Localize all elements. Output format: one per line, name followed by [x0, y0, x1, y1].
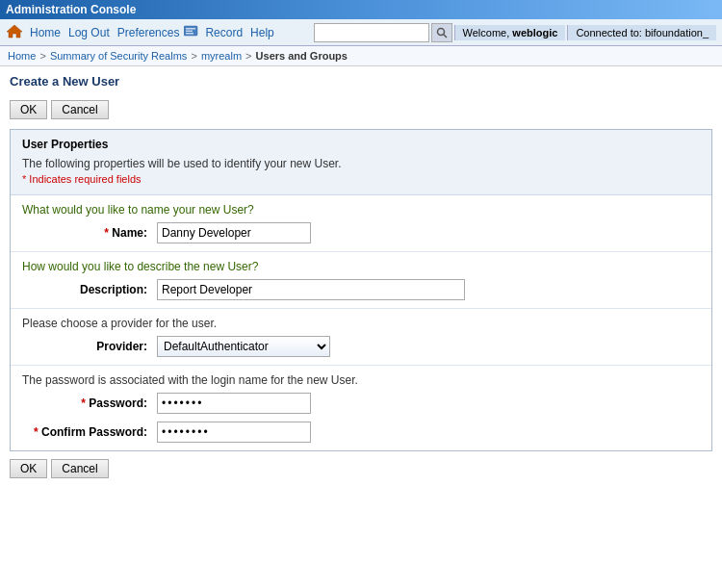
title-bar: Administration Console [0, 0, 722, 19]
svg-line-6 [443, 34, 447, 38]
svg-rect-2 [186, 28, 195, 30]
top-description-panel: User Properties The following properties… [11, 130, 711, 195]
breadcrumb-security-realms[interactable]: Summary of Security Realms [50, 50, 187, 62]
svg-point-5 [437, 28, 444, 35]
name-input[interactable] [157, 222, 311, 243]
breadcrumb-home[interactable]: Home [8, 50, 36, 62]
cancel-button-top[interactable]: Cancel [51, 100, 108, 119]
ok-button-top[interactable]: OK [10, 100, 47, 119]
search-area [314, 23, 452, 42]
section-title: Create a New User [10, 74, 712, 92]
desc-question: How would you like to describe the new U… [22, 260, 700, 273]
nav-home[interactable]: Home [27, 25, 64, 40]
search-button[interactable] [431, 23, 452, 42]
svg-rect-4 [186, 33, 193, 35]
svg-marker-0 [7, 25, 22, 38]
nav-record[interactable]: Record [202, 25, 245, 40]
confirm-password-label: * Confirm Password: [22, 425, 147, 439]
field-section-wrap: What would you like to name your new Use… [11, 195, 711, 450]
password-label: * Password: [22, 396, 147, 410]
ok-button-bottom[interactable]: OK [10, 459, 47, 478]
name-field-row: * Name: [22, 222, 700, 243]
provider-field-row: Provider: DefaultAuthenticator [22, 336, 700, 357]
connected-area: Connected to: bifoundation_ [567, 25, 716, 40]
nav-preferences[interactable]: Preferences [115, 25, 183, 40]
panel-desc: The following properties will be used to… [22, 157, 700, 170]
password-question: The password is associated with the logi… [22, 373, 700, 387]
welcome-text: Welcome, [463, 27, 513, 38]
desc-field-section: How would you like to describe the new U… [11, 252, 711, 309]
search-input[interactable] [314, 23, 429, 42]
provider-label: Provider: [22, 340, 147, 353]
panel-title: User Properties [22, 138, 700, 151]
password-field-row: * Password: [22, 393, 700, 414]
breadcrumb: Home > Summary of Security Realms > myre… [0, 46, 722, 66]
search-icon [436, 27, 448, 38]
svg-rect-3 [186, 31, 193, 33]
confirm-password-field-row: * Confirm Password: [22, 422, 700, 443]
desc-input[interactable] [157, 279, 465, 300]
form-panel: User Properties The following properties… [10, 129, 712, 451]
password-input[interactable] [157, 393, 311, 414]
top-btn-row: OK Cancel [10, 100, 712, 119]
home-icon[interactable] [6, 23, 23, 41]
welcome-user: weblogic [512, 27, 557, 38]
desc-field-row: Description: [22, 279, 700, 300]
required-note: * Indicates required fields [22, 173, 700, 185]
desc-label: Description: [22, 283, 147, 296]
provider-field-section: Please choose a provider for the user. P… [11, 309, 711, 366]
bottom-btn-row: OK Cancel [10, 459, 712, 478]
breadcrumb-myrealm[interactable]: myrealm [201, 50, 242, 62]
main-content: Create a New User OK Cancel User Propert… [0, 66, 722, 496]
provider-select[interactable]: DefaultAuthenticator [157, 336, 330, 357]
name-question: What would you like to name your new Use… [22, 203, 700, 217]
title-bar-text: Administration Console [6, 3, 136, 16]
cancel-button-bottom[interactable]: Cancel [51, 459, 108, 478]
name-label: * Name: [22, 226, 147, 240]
password-field-section: The password is associated with the logi… [11, 366, 711, 450]
confirm-password-input[interactable] [157, 422, 311, 443]
provider-question: Please choose a provider for the user. [22, 317, 700, 330]
nav-bar: Home Log Out Preferences Record Help Wel… [0, 19, 722, 46]
confirm-required-star: * [34, 425, 41, 439]
record-icon [184, 25, 199, 39]
nav-help[interactable]: Help [247, 25, 277, 40]
breadcrumb-current: Users and Groups [256, 50, 348, 62]
welcome-area: Welcome, weblogic [454, 25, 566, 40]
connected-text: Connected to: bifoundation_ [576, 27, 709, 38]
name-field-section: What would you like to name your new Use… [11, 195, 711, 252]
nav-logout[interactable]: Log Out [65, 25, 113, 40]
